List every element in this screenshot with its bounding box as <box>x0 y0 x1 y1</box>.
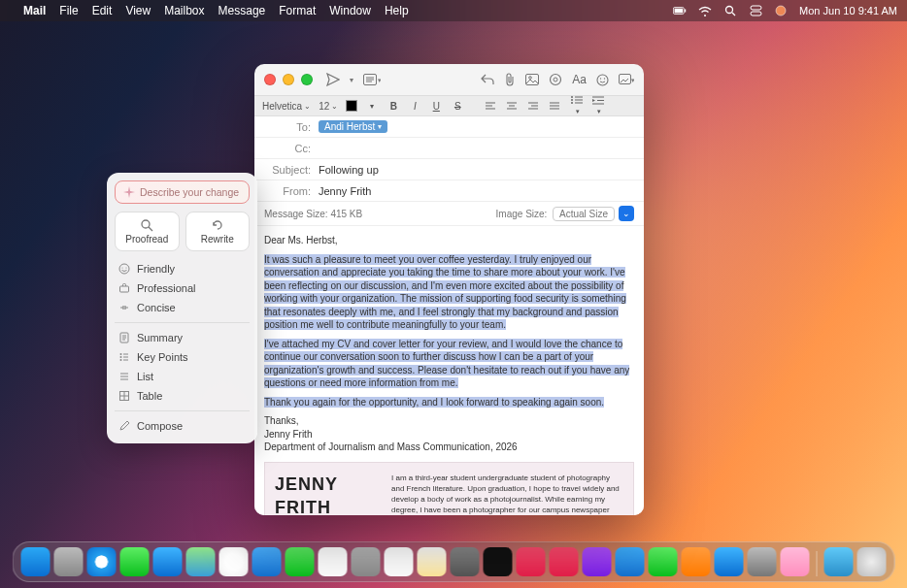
photo-icon[interactable] <box>525 74 539 85</box>
text-color-swatch[interactable] <box>346 100 357 112</box>
rewrite-button[interactable]: Rewrite <box>185 212 251 251</box>
wifi-icon[interactable] <box>698 4 712 17</box>
from-label: From: <box>264 185 319 197</box>
search-icon[interactable] <box>723 4 737 17</box>
siri-icon[interactable] <box>774 4 788 17</box>
minimize-button[interactable] <box>283 74 294 85</box>
describe-change-input[interactable]: Describe your change <box>115 180 250 204</box>
app-menu[interactable]: Mail <box>23 4 46 17</box>
dock-maps[interactable] <box>186 547 216 576</box>
align-left-icon[interactable] <box>486 102 499 111</box>
dock-reminders[interactable] <box>385 547 414 576</box>
header-fields-icon[interactable]: ▾ <box>363 74 381 85</box>
arrows-in-icon <box>118 302 130 313</box>
menubar-datetime[interactable]: Mon Jun 10 9:41 AM <box>799 5 897 16</box>
format-bar: Helvetica⌄ 12⌄ ▾ B I U S ▾ ▾ <box>254 95 644 116</box>
dock-journal[interactable] <box>781 547 810 576</box>
dock-facetime[interactable] <box>286 547 315 576</box>
font-family-select[interactable]: Helvetica⌄ <box>262 101 311 112</box>
dock-appstore[interactable] <box>715 547 744 576</box>
writing-tools-icon[interactable] <box>549 73 562 86</box>
dock-pages[interactable] <box>682 547 711 576</box>
menu-edit[interactable]: Edit <box>92 4 113 17</box>
to-token[interactable]: Andi Herbst <box>319 120 387 133</box>
dock-photos[interactable] <box>219 547 249 576</box>
zoom-button[interactable] <box>301 74 313 85</box>
dock-news[interactable] <box>550 547 579 576</box>
resume-attachment[interactable]: JENNY FRITH EDUCATION Expected June 2024… <box>264 462 634 516</box>
dock-downloads[interactable] <box>824 547 854 576</box>
dock-launchpad[interactable] <box>54 547 84 576</box>
attach-icon[interactable] <box>504 73 516 86</box>
dock-podcasts[interactable] <box>583 547 612 576</box>
dock-contacts[interactable] <box>352 547 381 576</box>
italic-icon[interactable]: I <box>408 101 421 112</box>
summary-item[interactable]: Summary <box>115 328 250 347</box>
message-body[interactable]: Dear Ms. Herbst, It was such a pleasure … <box>254 226 644 515</box>
list-icon[interactable]: ▾ <box>571 96 585 115</box>
close-button[interactable] <box>264 74 276 85</box>
dock-trash[interactable] <box>857 547 887 576</box>
send-icon[interactable] <box>326 73 340 86</box>
dock-music[interactable] <box>517 547 546 576</box>
image-size-dropdown-icon[interactable]: ⌄ <box>619 206 634 221</box>
to-label: To: <box>264 121 319 133</box>
dock-numbers[interactable] <box>649 547 678 576</box>
strike-icon[interactable]: S <box>451 101 464 112</box>
align-right-icon[interactable] <box>528 102 542 111</box>
emoji-icon[interactable] <box>596 74 609 86</box>
menu-help[interactable]: Help <box>385 4 409 17</box>
menu-window[interactable]: Window <box>329 4 371 17</box>
menu-file[interactable]: File <box>59 4 78 17</box>
body-p2: I've attached my CV and cover letter for… <box>264 339 629 389</box>
svg-point-45 <box>119 264 129 274</box>
subject-field[interactable]: Following up <box>319 164 634 176</box>
dock-mail[interactable] <box>153 547 183 576</box>
menu-view[interactable]: View <box>125 4 151 17</box>
menu-mailbox[interactable]: Mailbox <box>164 4 204 17</box>
svg-point-17 <box>597 75 608 85</box>
dock-separator <box>817 551 818 576</box>
align-justify-icon[interactable] <box>550 102 563 111</box>
battery-icon[interactable] <box>673 4 687 17</box>
dock-calendar[interactable] <box>319 547 348 576</box>
dock-finder[interactable] <box>21 547 50 576</box>
menu-format[interactable]: Format <box>279 4 316 17</box>
control-center-icon[interactable] <box>749 4 762 17</box>
dock-tv[interactable] <box>484 547 513 576</box>
titlebar[interactable]: ▾ ▾ Aa ▾ <box>254 64 644 95</box>
professional-item[interactable]: Professional <box>115 278 250 298</box>
dock-settings[interactable] <box>748 547 777 576</box>
image-size-select[interactable]: Actual Size <box>553 207 615 221</box>
indent-icon[interactable]: ▾ <box>592 96 606 115</box>
reply-icon[interactable] <box>481 74 494 85</box>
dock-weather[interactable] <box>252 547 282 576</box>
proofread-button[interactable]: Proofread <box>115 212 180 251</box>
underline-icon[interactable]: U <box>429 101 443 112</box>
dock-books[interactable] <box>451 547 480 576</box>
svg-rect-5 <box>751 6 761 10</box>
table-item[interactable]: Table <box>115 386 250 406</box>
friendly-item[interactable]: Friendly <box>115 259 250 278</box>
compose-item[interactable]: Compose <box>115 416 250 436</box>
menu-message[interactable]: Message <box>218 4 266 17</box>
resume-bio: I am a third-year student undergraduate … <box>391 473 623 516</box>
format-text-icon[interactable]: Aa <box>572 73 587 86</box>
concise-item[interactable]: Concise <box>115 298 250 317</box>
briefcase-icon <box>118 282 130 294</box>
dock-freeform[interactable] <box>616 547 645 576</box>
keypoints-item[interactable]: Key Points <box>115 347 250 367</box>
from-field[interactable]: Jenny Frith <box>319 185 634 197</box>
to-field[interactable]: Andi Herbst <box>319 120 634 133</box>
media-browser-icon[interactable]: ▾ <box>619 74 634 85</box>
font-size-select[interactable]: 12⌄ <box>319 101 338 112</box>
dock-notes[interactable] <box>418 547 447 576</box>
list-item[interactable]: List <box>115 367 250 386</box>
dock-safari[interactable] <box>87 547 117 576</box>
align-center-icon[interactable] <box>507 102 521 111</box>
rewrite-icon <box>211 218 224 232</box>
send-dropdown-icon[interactable]: ▾ <box>350 76 353 84</box>
text-color-dropdown[interactable]: ▾ <box>365 102 379 111</box>
bold-icon[interactable]: B <box>386 101 400 112</box>
dock-messages[interactable] <box>120 547 150 576</box>
